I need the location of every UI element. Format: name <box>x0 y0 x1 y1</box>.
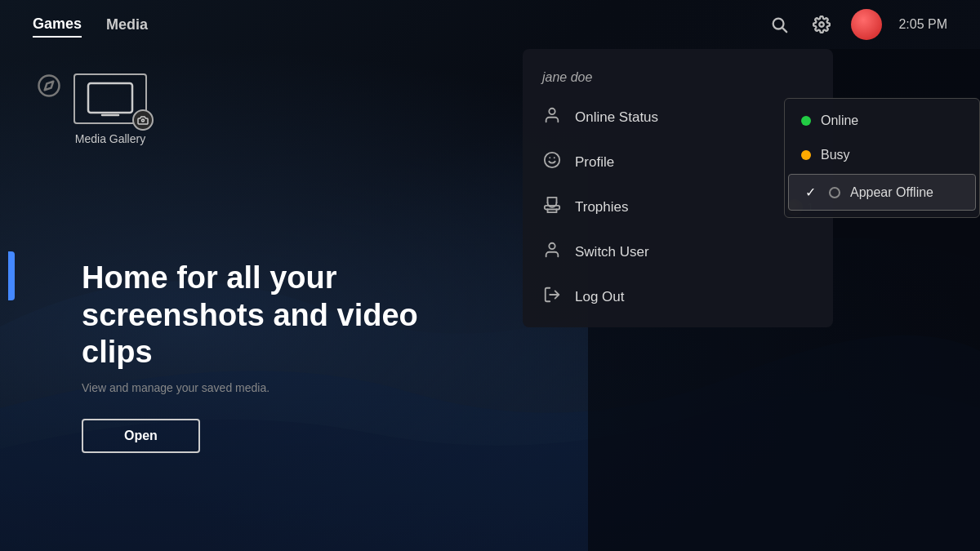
status-submenu: Online Busy ✓ Appear Offline <box>784 98 980 218</box>
status-busy-label: Busy <box>821 148 963 162</box>
trophies-label: Trophies <box>575 199 773 216</box>
svg-marker-5 <box>45 82 54 91</box>
media-gallery-label: Media Gallery <box>75 132 145 145</box>
svg-point-8 <box>142 119 145 122</box>
svg-point-3 <box>820 22 825 27</box>
tab-media[interactable]: Media <box>106 13 148 37</box>
settings-icon[interactable] <box>808 11 835 38</box>
switch-user-icon <box>542 241 562 263</box>
log-out-icon <box>542 286 562 308</box>
svg-rect-13 <box>548 210 557 213</box>
hero-subtitle: View and manage your saved media. <box>82 381 490 394</box>
topbar-right: 2:05 PM <box>766 9 947 40</box>
busy-dot <box>801 150 811 160</box>
tab-games[interactable]: Games <box>33 12 82 38</box>
topbar: Games Media 2:05 PM <box>0 0 980 49</box>
nav-tabs: Games Media <box>33 12 148 38</box>
svg-point-10 <box>545 153 559 167</box>
status-item-appear-offline[interactable]: ✓ Appear Offline <box>788 174 976 211</box>
open-button[interactable]: Open <box>82 419 200 453</box>
log-out-label: Log Out <box>575 289 813 305</box>
svg-point-14 <box>549 243 555 249</box>
online-status-icon <box>542 106 562 128</box>
status-appear-offline-label: Appear Offline <box>850 185 959 200</box>
online-dot <box>801 116 811 126</box>
offline-dot <box>829 187 840 198</box>
clock: 2:05 PM <box>898 17 947 32</box>
svg-rect-6 <box>88 83 132 113</box>
search-icon[interactable] <box>766 11 792 38</box>
menu-item-log-out[interactable]: Log Out <box>523 274 833 319</box>
menu-item-switch-user[interactable]: Switch User <box>523 229 833 274</box>
profile-label: Profile <box>575 154 813 171</box>
switch-user-label: Switch User <box>575 244 813 260</box>
sidebar-indicator <box>8 251 15 300</box>
profile-icon <box>542 151 562 173</box>
hero-section: Home for all your screenshots and video … <box>82 260 490 453</box>
hero-title: Home for all your screenshots and video … <box>82 260 490 371</box>
svg-line-2 <box>783 28 787 32</box>
svg-point-9 <box>549 109 555 114</box>
status-item-busy[interactable]: Busy <box>785 138 979 172</box>
status-item-online[interactable]: Online <box>785 104 979 138</box>
svg-point-4 <box>39 76 60 96</box>
username-display: jane doe <box>523 57 833 95</box>
media-gallery-item[interactable]: Media Gallery <box>74 73 147 145</box>
status-online-label: Online <box>821 113 963 128</box>
camera-badge <box>132 109 154 131</box>
check-mark-icon: ✓ <box>805 184 816 200</box>
avatar[interactable] <box>851 9 882 40</box>
explore-icon[interactable] <box>37 73 61 104</box>
online-status-label: Online Status <box>575 109 787 126</box>
trophies-icon <box>542 196 562 218</box>
media-gallery-icon <box>74 73 147 124</box>
